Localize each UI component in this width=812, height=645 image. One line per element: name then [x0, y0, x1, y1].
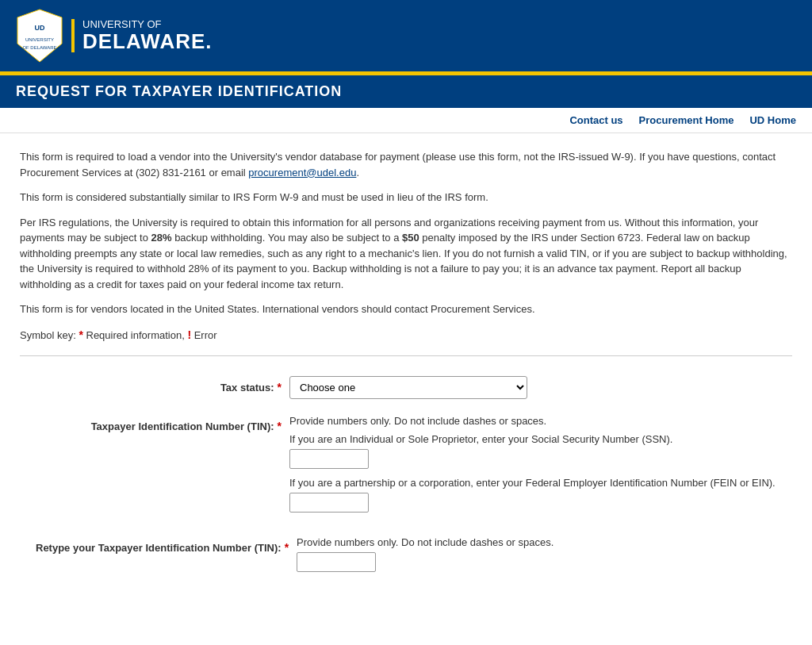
logo-university-of: UNIVERSITY OF: [82, 19, 213, 30]
tax-status-select[interactable]: Choose one Individual Sole Proprietor Pa…: [289, 376, 527, 399]
tax-status-row: Tax status:* Choose one Individual Sole …: [36, 376, 792, 399]
tin-hint1: Provide numbers only. Do not include das…: [289, 415, 792, 427]
svg-text:OF DELAWARE: OF DELAWARE: [22, 45, 56, 50]
form-section: Tax status:* Choose one Individual Sole …: [20, 368, 792, 596]
tax-status-required-star: *: [278, 381, 282, 394]
main-content: This form is required to load a vendor i…: [0, 133, 812, 612]
logo-text: UNIVERSITY OF DELAWARE.: [71, 19, 213, 53]
retype-tin-required-star: *: [285, 541, 289, 554]
fein-hint: If you are a partnership or a corporatio…: [289, 477, 792, 489]
logo-delaware: DELAWARE.: [82, 30, 213, 53]
svg-marker-0: [17, 10, 62, 62]
ssn-group: If you are an Individual or Sole Proprie…: [289, 433, 792, 469]
tin-field: Provide numbers only. Do not include das…: [289, 415, 792, 520]
tin-required-star: *: [278, 420, 282, 432]
ud-shield-logo: UD UNIVERSITY OF DELAWARE: [16, 8, 63, 63]
retype-tin-hint: Provide numbers only. Do not include das…: [297, 536, 792, 548]
fein-group: If you are a partnership or a corporatio…: [289, 477, 792, 513]
procurement-home-link[interactable]: Procurement Home: [639, 114, 734, 126]
ud-home-link[interactable]: UD Home: [749, 114, 796, 126]
title-bar: REQUEST FOR TAXPAYER IDENTIFICATION: [0, 75, 812, 108]
intro-paragraph-1: This form is required to load a vendor i…: [20, 149, 792, 180]
logo-container: UD UNIVERSITY OF DELAWARE UNIVERSITY OF …: [16, 8, 213, 63]
ssn-hint: If you are an Individual or Sole Proprie…: [289, 433, 792, 445]
page-title: REQUEST FOR TAXPAYER IDENTIFICATION: [16, 83, 796, 100]
top-nav: Contact us Procurement Home UD Home: [0, 108, 812, 133]
fein-input[interactable]: [289, 493, 369, 513]
retype-tin-field: Provide numbers only. Do not include das…: [297, 536, 792, 572]
tax-status-label: Tax status:*: [36, 376, 289, 394]
ssn-input[interactable]: [289, 449, 369, 469]
tax-status-field: Choose one Individual Sole Proprietor Pa…: [289, 376, 792, 399]
email-link[interactable]: procurement@udel.edu: [248, 167, 356, 179]
international-vendors-paragraph: This form is for vendors located in the …: [20, 301, 792, 317]
site-header: UD UNIVERSITY OF DELAWARE UNIVERSITY OF …: [0, 0, 812, 71]
retype-tin-row: Retype your Taxpayer Identification Numb…: [36, 536, 792, 572]
irs-regulations-paragraph: Per IRS regulations, the University is r…: [20, 215, 792, 293]
intro-paragraph-2: This form is considered substantially si…: [20, 190, 792, 205]
retype-tin-label: Retype your Taxpayer Identification Numb…: [36, 536, 297, 554]
symbol-key: Symbol key: * Required information, ! Er…: [20, 327, 792, 344]
form-divider: [20, 355, 792, 356]
tin-row: Taxpayer Identification Number (TIN):* P…: [36, 415, 792, 520]
svg-text:UNIVERSITY: UNIVERSITY: [25, 37, 54, 42]
retype-tin-input[interactable]: [297, 552, 376, 572]
tin-label: Taxpayer Identification Number (TIN):*: [36, 415, 289, 432]
svg-text:UD: UD: [35, 24, 45, 32]
contact-us-link[interactable]: Contact us: [569, 114, 622, 126]
